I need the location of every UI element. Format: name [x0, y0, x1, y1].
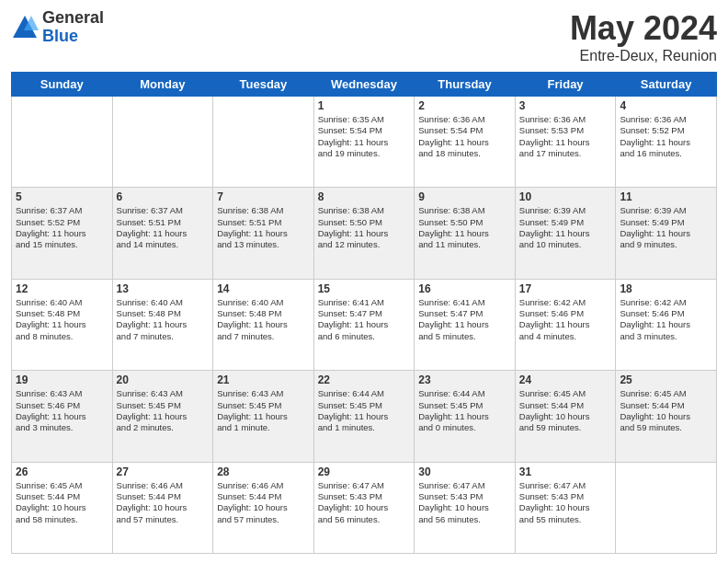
calendar-cell: 27Sunrise: 6:46 AM Sunset: 5:44 PM Dayli…	[112, 462, 213, 553]
calendar-cell: 4Sunrise: 6:36 AM Sunset: 5:52 PM Daylig…	[616, 97, 717, 188]
calendar-cell: 10Sunrise: 6:39 AM Sunset: 5:49 PM Dayli…	[515, 188, 616, 279]
day-info: Sunrise: 6:47 AM Sunset: 5:43 PM Dayligh…	[418, 480, 511, 525]
day-info: Sunrise: 6:47 AM Sunset: 5:43 PM Dayligh…	[519, 480, 612, 525]
calendar-cell: 16Sunrise: 6:41 AM Sunset: 5:47 PM Dayli…	[415, 279, 516, 370]
logo-blue: Blue	[42, 28, 104, 46]
logo-text: General Blue	[42, 9, 104, 46]
logo-icon	[11, 14, 39, 41]
day-number: 2	[418, 99, 511, 112]
calendar-cell: 19Sunrise: 6:43 AM Sunset: 5:46 PM Dayli…	[12, 371, 113, 462]
day-info: Sunrise: 6:47 AM Sunset: 5:43 PM Dayligh…	[318, 480, 411, 525]
day-info: Sunrise: 6:45 AM Sunset: 5:44 PM Dayligh…	[16, 480, 108, 525]
day-number: 17	[519, 282, 612, 295]
day-number: 25	[620, 373, 712, 386]
calendar-cell: 2Sunrise: 6:36 AM Sunset: 5:54 PM Daylig…	[415, 97, 516, 188]
week-row-4: 26Sunrise: 6:45 AM Sunset: 5:44 PM Dayli…	[12, 462, 717, 553]
calendar-cell: 5Sunrise: 6:37 AM Sunset: 5:52 PM Daylig…	[12, 188, 113, 279]
day-number: 27	[117, 465, 210, 478]
day-number: 18	[620, 282, 712, 295]
day-info: Sunrise: 6:43 AM Sunset: 5:45 PM Dayligh…	[217, 388, 310, 433]
day-number: 7	[217, 190, 310, 203]
subtitle: Entre-Deux, Reunion	[570, 48, 717, 64]
day-info: Sunrise: 6:36 AM Sunset: 5:52 PM Dayligh…	[620, 114, 712, 159]
day-info: Sunrise: 6:41 AM Sunset: 5:47 PM Dayligh…	[418, 297, 511, 342]
header-sunday: Sunday	[12, 73, 113, 97]
day-info: Sunrise: 6:39 AM Sunset: 5:49 PM Dayligh…	[620, 205, 712, 250]
calendar-cell: 12Sunrise: 6:40 AM Sunset: 5:48 PM Dayli…	[12, 279, 113, 370]
calendar-cell	[213, 97, 314, 188]
calendar-cell: 15Sunrise: 6:41 AM Sunset: 5:47 PM Dayli…	[313, 279, 415, 370]
calendar-cell: 28Sunrise: 6:46 AM Sunset: 5:44 PM Dayli…	[213, 462, 314, 553]
logo: General Blue	[11, 9, 104, 46]
day-number: 15	[318, 282, 411, 295]
day-number: 4	[620, 99, 712, 112]
day-info: Sunrise: 6:38 AM Sunset: 5:50 PM Dayligh…	[418, 205, 511, 250]
calendar-cell: 24Sunrise: 6:45 AM Sunset: 5:44 PM Dayli…	[515, 371, 616, 462]
calendar-cell: 17Sunrise: 6:42 AM Sunset: 5:46 PM Dayli…	[515, 279, 616, 370]
day-number: 6	[117, 190, 210, 203]
day-info: Sunrise: 6:37 AM Sunset: 5:52 PM Dayligh…	[16, 205, 108, 250]
day-number: 1	[318, 99, 411, 112]
day-number: 20	[117, 373, 210, 386]
calendar-cell	[616, 462, 717, 553]
header-thursday: Thursday	[415, 73, 516, 97]
header-row: SundayMondayTuesdayWednesdayThursdayFrid…	[12, 73, 717, 97]
calendar-cell: 14Sunrise: 6:40 AM Sunset: 5:48 PM Dayli…	[213, 279, 314, 370]
day-info: Sunrise: 6:39 AM Sunset: 5:49 PM Dayligh…	[519, 205, 612, 250]
day-info: Sunrise: 6:38 AM Sunset: 5:51 PM Dayligh…	[217, 205, 310, 250]
day-number: 23	[418, 373, 511, 386]
calendar-cell: 13Sunrise: 6:40 AM Sunset: 5:48 PM Dayli…	[112, 279, 213, 370]
header-tuesday: Tuesday	[213, 73, 314, 97]
header-saturday: Saturday	[616, 73, 717, 97]
calendar-cell: 18Sunrise: 6:42 AM Sunset: 5:46 PM Dayli…	[616, 279, 717, 370]
calendar-cell: 20Sunrise: 6:43 AM Sunset: 5:45 PM Dayli…	[112, 371, 213, 462]
day-info: Sunrise: 6:46 AM Sunset: 5:44 PM Dayligh…	[217, 480, 310, 525]
calendar-cell: 30Sunrise: 6:47 AM Sunset: 5:43 PM Dayli…	[415, 462, 516, 553]
day-info: Sunrise: 6:41 AM Sunset: 5:47 PM Dayligh…	[318, 297, 411, 342]
calendar-cell: 29Sunrise: 6:47 AM Sunset: 5:43 PM Dayli…	[313, 462, 415, 553]
day-info: Sunrise: 6:44 AM Sunset: 5:45 PM Dayligh…	[418, 388, 511, 433]
day-info: Sunrise: 6:43 AM Sunset: 5:46 PM Dayligh…	[16, 388, 108, 433]
day-number: 10	[519, 190, 612, 203]
day-info: Sunrise: 6:45 AM Sunset: 5:44 PM Dayligh…	[620, 388, 712, 433]
day-info: Sunrise: 6:37 AM Sunset: 5:51 PM Dayligh…	[117, 205, 210, 250]
calendar-cell: 9Sunrise: 6:38 AM Sunset: 5:50 PM Daylig…	[415, 188, 516, 279]
day-number: 30	[418, 465, 511, 478]
calendar-cell: 25Sunrise: 6:45 AM Sunset: 5:44 PM Dayli…	[616, 371, 717, 462]
day-info: Sunrise: 6:40 AM Sunset: 5:48 PM Dayligh…	[16, 297, 108, 342]
day-info: Sunrise: 6:42 AM Sunset: 5:46 PM Dayligh…	[620, 297, 712, 342]
day-number: 14	[217, 282, 310, 295]
week-row-0: 1Sunrise: 6:35 AM Sunset: 5:54 PM Daylig…	[12, 97, 717, 188]
calendar-cell	[12, 97, 113, 188]
week-row-2: 12Sunrise: 6:40 AM Sunset: 5:48 PM Dayli…	[12, 279, 717, 370]
day-number: 28	[217, 465, 310, 478]
day-info: Sunrise: 6:42 AM Sunset: 5:46 PM Dayligh…	[519, 297, 612, 342]
header-wednesday: Wednesday	[313, 73, 415, 97]
calendar-cell: 1Sunrise: 6:35 AM Sunset: 5:54 PM Daylig…	[313, 97, 415, 188]
day-number: 5	[16, 190, 108, 203]
calendar-cell: 31Sunrise: 6:47 AM Sunset: 5:43 PM Dayli…	[515, 462, 616, 553]
calendar-cell: 11Sunrise: 6:39 AM Sunset: 5:49 PM Dayli…	[616, 188, 717, 279]
calendar-cell: 8Sunrise: 6:38 AM Sunset: 5:50 PM Daylig…	[313, 188, 415, 279]
calendar-cell: 26Sunrise: 6:45 AM Sunset: 5:44 PM Dayli…	[12, 462, 113, 553]
day-number: 22	[318, 373, 411, 386]
logo-general: General	[42, 9, 104, 28]
page: General Blue May 2024 Entre-Deux, Reunio…	[0, 0, 728, 563]
day-number: 19	[16, 373, 108, 386]
day-info: Sunrise: 6:35 AM Sunset: 5:54 PM Dayligh…	[318, 114, 411, 159]
calendar-cell: 7Sunrise: 6:38 AM Sunset: 5:51 PM Daylig…	[213, 188, 314, 279]
header-friday: Friday	[515, 73, 616, 97]
day-number: 31	[519, 465, 612, 478]
header: General Blue May 2024 Entre-Deux, Reunio…	[11, 9, 717, 64]
calendar-cell: 3Sunrise: 6:36 AM Sunset: 5:53 PM Daylig…	[515, 97, 616, 188]
title-block: May 2024 Entre-Deux, Reunion	[570, 9, 717, 64]
day-info: Sunrise: 6:38 AM Sunset: 5:50 PM Dayligh…	[318, 205, 411, 250]
day-number: 16	[418, 282, 511, 295]
day-number: 24	[519, 373, 612, 386]
day-info: Sunrise: 6:44 AM Sunset: 5:45 PM Dayligh…	[318, 388, 411, 433]
day-info: Sunrise: 6:40 AM Sunset: 5:48 PM Dayligh…	[117, 297, 210, 342]
calendar-cell: 6Sunrise: 6:37 AM Sunset: 5:51 PM Daylig…	[112, 188, 213, 279]
main-title: May 2024	[570, 9, 717, 48]
calendar-table: SundayMondayTuesdayWednesdayThursdayFrid…	[11, 72, 717, 554]
day-info: Sunrise: 6:36 AM Sunset: 5:54 PM Dayligh…	[418, 114, 511, 159]
